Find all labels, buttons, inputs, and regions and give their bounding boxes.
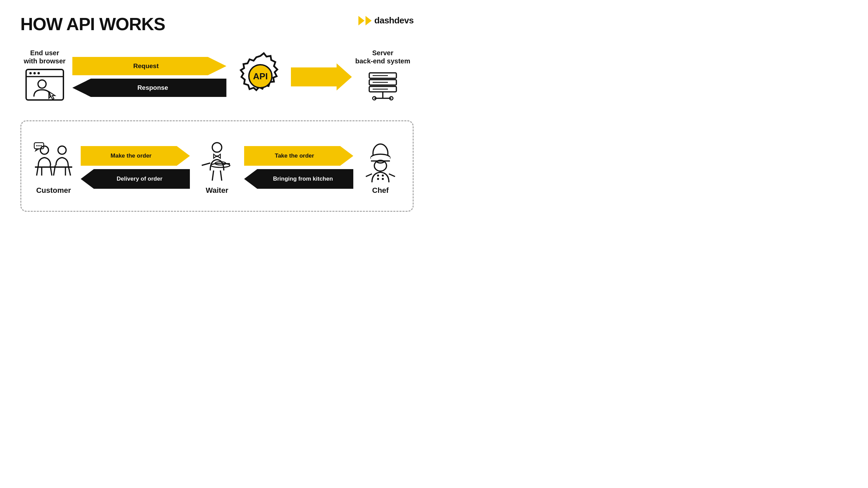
request-arrow-row: Request (72, 57, 226, 75)
svg-line-38 (212, 170, 214, 181)
header: HOW API WORKS dashdevs (20, 15, 414, 33)
logo-arrow-2-icon (366, 16, 372, 25)
svg-point-22 (38, 145, 40, 146)
logo-arrow-1-icon (358, 16, 364, 25)
svg-point-19 (40, 146, 48, 154)
response-arrow-row: Response (72, 79, 226, 97)
svg-line-49 (366, 174, 372, 177)
response-arrow: Response (72, 79, 226, 97)
svg-point-5 (38, 80, 46, 88)
server-arrow (288, 63, 355, 90)
top-section: End userwith browser (20, 40, 414, 114)
server-icon (364, 68, 401, 105)
svg-point-33 (216, 156, 218, 157)
customer-label: Customer (36, 186, 71, 195)
svg-point-47 (382, 175, 384, 177)
svg-point-48 (382, 178, 384, 180)
server-arrow-shape (291, 63, 352, 90)
browser-icon (24, 68, 65, 105)
svg-line-34 (202, 163, 210, 165)
request-response-arrows: Request Response (65, 57, 233, 97)
svg-point-21 (36, 145, 38, 146)
make-order-arrow: Make the order (81, 146, 190, 166)
logo-arrows-icon (358, 16, 372, 25)
chef-actor: Chef (358, 140, 402, 195)
waiter-icon (197, 140, 237, 184)
svg-line-50 (389, 174, 395, 177)
chef-icon (362, 140, 399, 184)
svg-point-44 (374, 160, 387, 171)
customer-actor: Customer (32, 140, 76, 195)
bringing-kitchen-arrow: Bringing from kitchen (244, 169, 353, 189)
svg-point-23 (40, 145, 42, 146)
logo: dashdevs (358, 15, 414, 26)
svg-point-45 (377, 175, 379, 177)
customer-waiter-arrows: Make the order Delivery of order (76, 146, 195, 189)
page: HOW API WORKS dashdevs End userwith brow… (7, 5, 427, 239)
server-actor: Serverback-end system (355, 49, 410, 105)
take-order-arrow: Take the order (244, 146, 353, 166)
svg-text:API: API (253, 71, 268, 81)
svg-point-46 (377, 178, 379, 180)
waiter-chef-arrows: Take the order Bringing from kitchen (239, 146, 358, 189)
svg-point-2 (29, 72, 32, 75)
bottom-section: Customer Make the order Delivery of orde… (20, 120, 414, 212)
svg-line-39 (220, 170, 222, 181)
page-title: HOW API WORKS (20, 15, 165, 33)
waiter-label: Waiter (206, 186, 228, 195)
svg-point-4 (37, 72, 40, 75)
end-user-actor: End userwith browser (24, 49, 65, 105)
svg-point-32 (212, 143, 222, 152)
chef-label: Chef (372, 186, 389, 195)
api-gear: API (233, 50, 288, 104)
logo-text: dashdevs (374, 15, 414, 26)
server-label: Serverback-end system (355, 49, 410, 65)
svg-point-31 (58, 146, 66, 154)
request-arrow: Request (72, 57, 226, 75)
customer-icon (32, 140, 76, 184)
svg-rect-0 (26, 69, 63, 100)
end-user-label: End userwith browser (24, 49, 65, 65)
svg-point-3 (33, 72, 36, 75)
delivery-order-arrow: Delivery of order (81, 169, 190, 189)
waiter-actor: Waiter (195, 140, 239, 195)
